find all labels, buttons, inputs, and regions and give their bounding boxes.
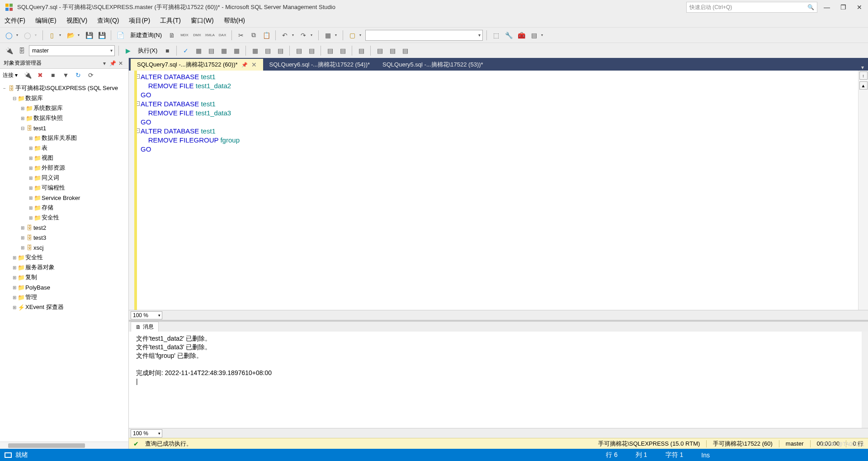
tree-node[interactable]: ⊞📁管理 [0,292,128,302]
panel-close-icon[interactable]: ✕ [117,60,125,67]
cut-button[interactable]: ✂ [236,30,246,41]
tree-server-node[interactable]: −🗄手可摘棉花\SQLEXPRESS (SQL Serve [0,83,128,93]
open-dropdown[interactable]: ▾ [78,33,82,37]
explorer-hscroll[interactable] [0,442,128,449]
nav-back-dropdown[interactable]: ▾ [16,33,20,37]
tree-node[interactable]: ⊞📁安全性 [0,252,128,262]
menu-item[interactable]: 项目(P) [129,17,150,25]
connect-icon[interactable]: 🔌 [22,70,33,81]
connect-button[interactable]: 连接 ▾ [3,71,18,79]
display-plan-button[interactable]: ▦ [193,45,204,56]
execute-button[interactable]: 执行(X) [135,47,160,55]
snippet-button[interactable]: ▤ [400,45,410,56]
redo-button[interactable]: ↷ [298,30,309,41]
tree-node[interactable]: ⊞📁视图 [0,153,128,163]
messages-zoom-combo[interactable]: 100 % [131,429,162,437]
change-connection-button[interactable]: 🔌 [4,45,14,56]
tree-node[interactable]: ⊞🗄test3 [0,233,128,242]
comment-button[interactable]: ▤ [293,45,304,56]
undo-button[interactable]: ↶ [279,30,290,41]
solution-dropdown[interactable]: ▾ [359,33,363,37]
code-area[interactable]: −ALTER DATABASE test1 REMOVE FILE test1_… [137,71,858,310]
activity-monitor-dropdown[interactable]: ▾ [335,33,339,37]
editor-tab[interactable]: SQLQuery6.sql -...摘棉花\17522 (54))* [263,59,377,71]
results-to-text-button[interactable]: ▤ [262,45,273,56]
new-dropdown[interactable]: ▾ [59,33,63,37]
tree-node[interactable]: ⊞📁可编程性 [0,183,128,193]
tree-node[interactable]: ⊞📁数据库关系图 [0,133,128,143]
live-stats-button[interactable]: ▦ [231,45,242,56]
scroll-up-icon[interactable]: ▲ [859,81,868,90]
new-query-button[interactable]: 新建查询(N) [127,31,165,39]
panel-dropdown-icon[interactable]: ▾ [100,60,108,67]
tree-node[interactable]: ⊞📁PolyBase [0,282,128,292]
surround-button[interactable]: ▤ [387,45,398,56]
tree-node[interactable]: ⊞📁Service Broker [0,193,128,203]
tree-node[interactable]: ⊞🗄xscj [0,242,128,252]
solution-combo[interactable] [365,30,483,41]
solution-button[interactable]: ▢ [347,30,358,41]
editor-tab[interactable]: SQLQuery5.sql -...摘棉花\17522 (53))* [376,59,490,71]
tree-node[interactable]: ⊞📁外部资源 [0,163,128,173]
close-tab-icon[interactable]: ✕ [251,61,257,68]
disconnect-icon[interactable]: ✖ [35,70,46,81]
new-query-icon[interactable]: 📄 [115,30,126,41]
activity-icon[interactable]: ⟳ [85,70,96,81]
pin-icon[interactable]: 📌 [241,62,248,68]
intellisense-button[interactable]: ▤ [374,45,385,56]
sql-editor[interactable]: −ALTER DATABASE test1 REMOVE FILE test1_… [129,71,868,310]
tree-node[interactable]: ⊞⚡XEvent 探查器 [0,302,128,312]
dmx-query-button[interactable]: DMX [192,30,203,41]
menu-item[interactable]: 工具(T) [160,17,181,25]
editor-tab[interactable]: SQLQuery7.sql -...摘棉花\17522 (60))*📌✕ [131,59,263,71]
include-plan-button[interactable]: ▦ [218,45,229,56]
tree-node[interactable]: ⊞📁服务器对象 [0,262,128,272]
tree-node[interactable]: ⊞📁系统数据库 [0,103,128,113]
indent-button[interactable]: ▤ [325,45,335,56]
nav-back-button[interactable]: ◯ [4,30,14,41]
redo-dropdown[interactable]: ▾ [311,33,315,37]
quick-launch-input[interactable]: 快速启动 (Ctrl+Q) 🔍 [686,2,817,13]
filter-icon[interactable]: ▼ [60,70,71,81]
open-button[interactable]: 📂 [65,30,76,41]
menu-item[interactable]: 编辑(E) [35,17,57,25]
outdent-button[interactable]: ▤ [337,45,348,56]
messages-vscroll[interactable] [862,332,868,428]
split-arrow-icon[interactable]: ↕ [859,71,868,80]
database-combo[interactable]: master [29,45,115,56]
tree-node[interactable]: ⊞📁数据库快照 [0,113,128,123]
nav-forward-dropdown[interactable]: ▾ [35,33,39,37]
menu-item[interactable]: 帮助(H) [224,17,245,25]
tree-node[interactable]: ⊟📁数据库 [0,93,128,103]
mdx-query-button[interactable]: MDX [179,30,190,41]
tree-node[interactable]: ⊞📁安全性 [0,213,128,223]
registered-servers-button[interactable]: ⬚ [491,30,501,41]
results-to-file-button[interactable]: ▤ [275,45,286,56]
tabs-overflow-button[interactable]: ▾ [857,64,868,71]
menu-item[interactable]: 视图(V) [66,17,88,25]
properties-dropdown[interactable]: ▾ [541,33,545,37]
messages-tab[interactable]: 🗎 消息 [131,322,159,332]
copy-button[interactable]: ⧉ [248,30,259,41]
tree-node[interactable]: ⊞📁复制 [0,272,128,282]
db-engine-query-button[interactable]: 🗎 [166,30,177,41]
options-button[interactable]: 🔧 [503,30,514,41]
editor-zoom-combo[interactable]: 100 % [131,311,162,319]
tree-node[interactable]: ⊞📁表 [0,143,128,153]
save-button[interactable]: 💾 [84,30,94,41]
nav-forward-button[interactable]: ◯ [22,30,33,41]
close-button[interactable]: ✕ [855,3,863,11]
stop-icon[interactable]: ■ [47,70,58,81]
uncomment-button[interactable]: ▤ [306,45,317,56]
specify-values-button[interactable]: ▤ [356,45,367,56]
new-button[interactable]: ▯ [47,30,57,41]
menu-item[interactable]: 查询(Q) [97,17,119,25]
menu-item[interactable]: 窗口(W) [191,17,214,25]
tree-node[interactable]: ⊞🗄test2 [0,223,128,233]
messages-body[interactable]: 文件'test1_data2' 已删除。文件'test1_data3' 已删除。… [129,332,862,428]
undo-dropdown[interactable]: ▾ [292,33,296,37]
execute-icon[interactable]: ▶ [123,45,133,56]
parse-button[interactable]: ✓ [180,45,191,56]
xmla-query-button[interactable]: XMLA [204,30,215,41]
save-all-button[interactable]: 💾 [96,30,107,41]
